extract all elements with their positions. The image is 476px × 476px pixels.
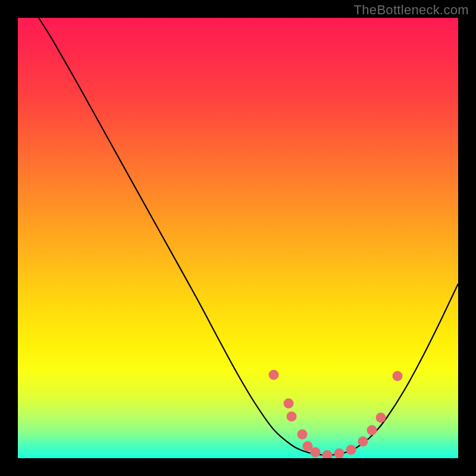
plot-area: [18, 18, 458, 458]
gradient-background: [18, 18, 458, 458]
watermark-text: TheBottleneck.com: [354, 2, 469, 18]
chart-container: TheBottleneck.com: [0, 0, 476, 476]
